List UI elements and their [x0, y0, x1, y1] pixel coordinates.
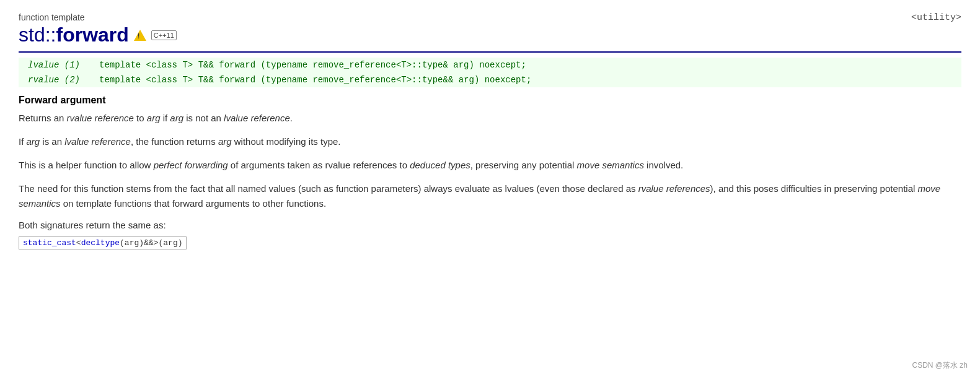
- keyword-static-cast: static_cast: [23, 238, 76, 248]
- warning-badge: [134, 30, 146, 41]
- sig-label-2: rvalue (2): [19, 72, 93, 87]
- italic-span: arg: [170, 113, 183, 123]
- warning-icon: [134, 30, 146, 41]
- italic-span: perfect forwarding: [154, 160, 228, 170]
- utility-label: <utility>: [911, 12, 961, 23]
- title-divider: [19, 51, 961, 53]
- italic-span: arg: [147, 113, 161, 123]
- italic-span: lvalue reference: [64, 136, 131, 147]
- italic-span: lvalue reference: [224, 113, 290, 123]
- italic-span: arg: [218, 136, 232, 147]
- title-text: std::forward: [19, 24, 129, 46]
- std-prefix: std::: [19, 24, 56, 46]
- paragraph-1: Returns an rvalue reference to arg if ar…: [19, 111, 961, 126]
- main-title: std::forward C++11: [19, 24, 961, 46]
- italic-span: move semantics: [19, 183, 940, 209]
- italic-span: rvalue references: [638, 183, 710, 194]
- italic-span: move semantics: [577, 160, 644, 170]
- italic-span: rvalue reference: [67, 113, 134, 123]
- cpp-badge: C++11: [151, 30, 177, 40]
- title-main: forward: [56, 24, 128, 46]
- keyword-decltype: decltype: [81, 238, 120, 248]
- sig-code-1: template <class T> T&& forward (typename…: [93, 58, 961, 72]
- italic-span: arg: [27, 136, 40, 147]
- paragraph-4: The need for this function stems from th…: [19, 181, 961, 211]
- italic-span: deduced types: [410, 160, 470, 170]
- paragraph-2: If arg is an lvalue reference, the funct…: [19, 134, 961, 149]
- signature-row-2: rvalue (2) template <class T> T&& forwar…: [19, 72, 961, 87]
- function-type-label: function template: [19, 12, 961, 22]
- code-example: static_cast<decltype(arg)&&>(arg): [19, 236, 187, 249]
- signatures-table: lvalue (1) template <class T> T&& forwar…: [19, 58, 961, 87]
- watermark: CSDN @落水 zh: [912, 360, 968, 371]
- sig-label-1: lvalue (1): [19, 58, 93, 72]
- both-sig-label: Both signatures return the same as:: [19, 220, 961, 230]
- sig-code-2: template <class T> T&& forward (typename…: [93, 72, 961, 87]
- paragraph-3: This is a helper function to allow perfe…: [19, 158, 961, 173]
- section-heading: Forward argument: [19, 95, 961, 106]
- signature-row-1: lvalue (1) template <class T> T&& forwar…: [19, 58, 961, 72]
